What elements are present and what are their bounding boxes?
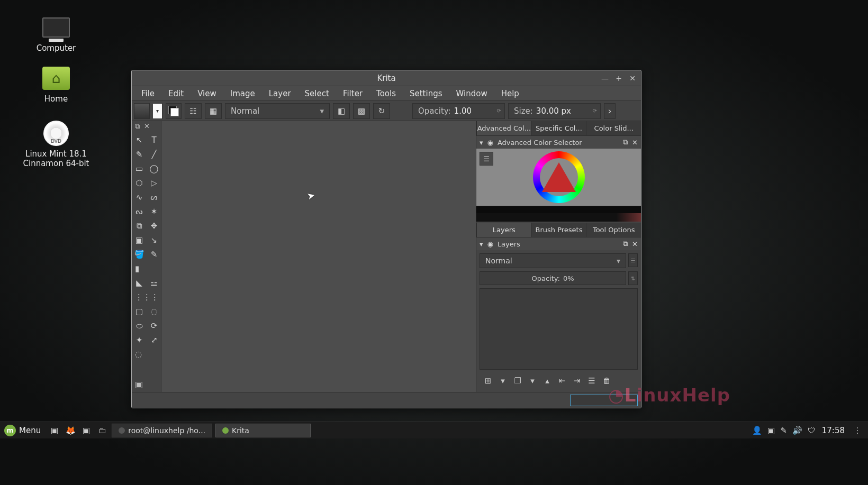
taskbar-item-terminal[interactable]: root@linuxhelp /ho... [112,424,212,437]
size-spinner[interactable]: Size: 30.00 px [508,103,601,119]
move-layer-up-button[interactable]: ▴ [542,376,553,386]
rectangle-tool[interactable]: ▭ [132,161,147,176]
magnetic-select-tool[interactable]: ◌ [132,347,161,361]
collapse-icon[interactable]: ▾ [480,240,483,248]
tab-advanced-color[interactable]: Advanced Col... [476,121,531,135]
volume-icon[interactable]: 🔊 [792,426,802,435]
minimize-button[interactable]: — [599,72,611,84]
menu-filter[interactable]: Filter [337,87,369,100]
color-selector[interactable]: ☰ [476,149,641,206]
crop-tool[interactable]: ⧉ [132,218,147,233]
pen-icon[interactable]: ✎ [780,426,787,435]
menu-image[interactable]: Image [224,87,261,100]
edit-shapes-tool[interactable]: ✎ [132,147,147,161]
pan-tool[interactable]: ▣ [135,379,143,389]
menu-file[interactable]: File [135,87,161,100]
files-launcher[interactable]: 🗀 [96,424,108,437]
eraser-toggle[interactable]: ◧ [333,103,350,119]
user-icon[interactable]: 👤 [752,426,762,435]
layer-blend-select[interactable]: Normal [480,253,626,268]
gradient-swatch[interactable] [134,103,150,119]
close-icon[interactable]: ✕ [632,240,638,248]
titlebar[interactable]: Krita — + ✕ [132,70,641,86]
color-picker-tool[interactable]: ✎ [147,247,161,261]
close-icon[interactable]: ✕ [632,139,638,147]
ellipse-select-tool[interactable]: ◌ [147,304,161,318]
tab-specific-color[interactable]: Specific Col... [531,121,586,135]
layer-out-group-button[interactable]: ⇥ [572,376,582,386]
menu-settings[interactable]: Settings [403,87,449,100]
menu-view[interactable]: View [191,87,223,100]
bezier-tool[interactable]: ∿ [132,190,147,204]
layer-opacity-spin[interactable]: ⇅ [628,271,638,285]
move-layer-down-button[interactable]: ▾ [527,376,538,386]
tab-tool-options[interactable]: Tool Options [586,223,641,237]
layer-properties-button[interactable]: ☰ [586,376,597,386]
grid-tool[interactable]: ⋮⋮⋮ [132,290,161,304]
ellipse-tool[interactable]: ◯ [147,161,161,176]
pattern-swatch[interactable] [153,103,162,119]
multibrush-tool[interactable]: ✶ [147,204,161,218]
clock[interactable]: 17:58 [819,426,848,435]
tab-color-sliders[interactable]: Color Slid... [586,121,641,135]
color-history-strip[interactable] [476,206,641,213]
layer-list[interactable] [480,288,638,370]
contiguous-select-tool[interactable]: ⟳ [147,318,161,333]
menu-edit[interactable]: Edit [162,87,190,100]
blend-mode-select[interactable]: Normal [225,103,330,119]
desktop-icon-computer[interactable]: Computer [19,15,93,53]
menu-layer[interactable]: Layer [263,87,297,100]
menu-window[interactable]: Window [450,87,494,100]
layer-into-group-button[interactable]: ⇤ [557,376,567,386]
dynamic-brush-tool[interactable]: ᔓ [132,204,147,218]
canvas-area[interactable]: ➤ [161,121,476,392]
alpha-lock-button[interactable]: ▩ [353,103,370,119]
transform-tool[interactable]: ↖ [132,133,147,147]
layer-filter-button[interactable]: ☰ [628,253,638,267]
toolbox-close-button[interactable]: ✕ [144,122,150,131]
polyline-tool[interactable]: ▷ [147,176,161,190]
tab-layers[interactable]: Layers [476,223,531,237]
rect-select-tool[interactable]: ▢ [132,304,147,318]
collapse-icon[interactable]: ▾ [480,139,483,147]
display-icon[interactable]: ▣ [767,426,775,435]
similar-select-tool[interactable]: ✦ [132,333,147,347]
show-desktop-button[interactable]: ▣ [48,424,61,437]
brush-settings-button[interactable]: ☷ [185,103,202,119]
polygon-tool[interactable]: ⬡ [132,176,147,190]
color-wheel[interactable] [533,151,585,203]
menu-select[interactable]: Select [299,87,336,100]
perspective-tool[interactable]: ⚍ [147,276,161,290]
opacity-spinner[interactable]: Opacity: 1.00 [412,103,505,119]
mint-menu-icon[interactable]: m [4,425,16,436]
lock-icon[interactable]: ◉ [487,240,493,248]
freehand-select-tool[interactable]: ⬭ [132,318,147,333]
color-shade-strip[interactable] [476,213,641,222]
layer-opacity-slider[interactable]: Opacity: 0% [480,271,626,285]
duplicate-layer-button[interactable]: ❐ [512,376,523,386]
firefox-launcher[interactable]: 🦊 [64,424,77,437]
reload-brush-button[interactable]: ↻ [373,103,390,119]
menu-help[interactable]: Help [495,87,526,100]
add-layer-button[interactable]: ⊞ [483,376,493,386]
shield-icon[interactable]: 🛡 [808,426,816,435]
bezier-select-tool[interactable]: ⤢ [147,333,161,347]
fg-bg-color[interactable] [166,103,182,119]
brush-presets-button[interactable]: ▦ [205,103,222,119]
measure-tool[interactable]: ↘ [147,233,161,247]
desktop-icon-dvd[interactable]: Linux Mint 18.1 Cinnamon 64-bit [19,121,93,168]
taskbar-item-krita[interactable]: Krita [215,424,311,437]
line-tool[interactable]: ╱ [147,147,161,161]
menu-button[interactable]: Menu [19,426,45,435]
tray-overflow[interactable]: ⋮ [851,424,864,437]
transform2-tool[interactable]: ▣ [132,233,147,247]
move-tool[interactable]: ✥ [147,218,161,233]
freehand-path-tool[interactable]: ᔕ [147,190,161,204]
toolbar-overflow-button[interactable]: › [604,103,616,119]
color-options-button[interactable]: ☰ [480,152,493,166]
menu-tools[interactable]: Tools [370,87,402,100]
terminal-launcher[interactable]: ▣ [80,424,93,437]
toolbox-float-button[interactable]: ⧉ [135,122,140,131]
maximize-button[interactable]: + [612,72,625,84]
float-icon[interactable]: ⧉ [623,138,628,147]
